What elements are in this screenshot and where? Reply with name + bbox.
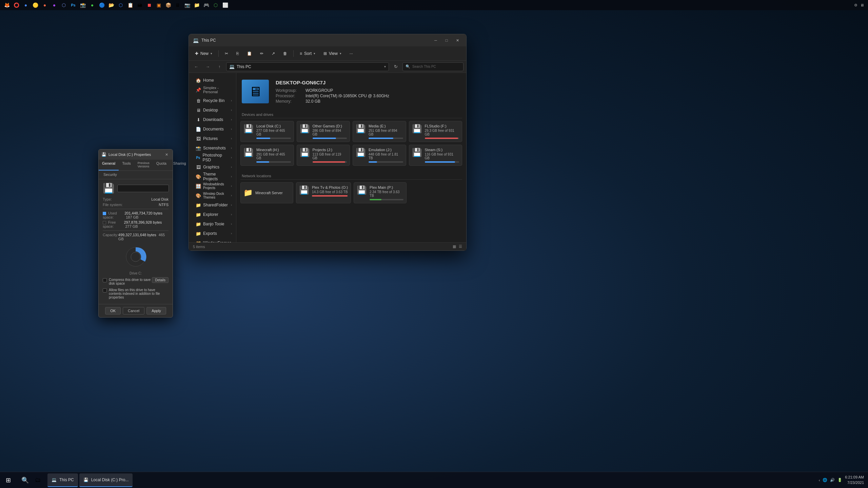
dialog-compress-checkbox[interactable]	[103, 278, 107, 282]
dialog-index-checkbox[interactable]	[103, 288, 107, 292]
top-app-6[interactable]: ●	[50, 1, 58, 9]
address-bar[interactable]: 💻 This PC ▾	[226, 62, 389, 71]
top-app-3[interactable]: ●	[22, 1, 30, 9]
top-app-14[interactable]: 📋	[126, 1, 134, 9]
window-maximize-button[interactable]: □	[442, 37, 451, 44]
drive-e[interactable]: 💾 Media (E:) 251 GB free of 894 GB	[353, 121, 406, 142]
drive-s[interactable]: 💾 Steam (S:) 116 GB free of 931 GB	[409, 145, 462, 166]
top-app-20[interactable]: 📷	[183, 1, 191, 9]
sidebar-item-downloads[interactable]: ⬇ Downloads ›	[190, 115, 235, 124]
sidebar-item-banjo[interactable]: 📁 Banjo Tooie ›	[190, 219, 235, 229]
top-app-21[interactable]: 📁	[193, 1, 201, 9]
top-app-16[interactable]: ⏹	[145, 1, 153, 9]
dialog-drive-name-input[interactable]	[117, 185, 169, 192]
network-minecraft-server[interactable]: 📁 Minecraft Server	[240, 182, 293, 203]
tray-chevron[interactable]: ‹	[819, 478, 820, 482]
top-app-15[interactable]: 🏔	[136, 1, 144, 9]
top-app-24[interactable]: ⬜	[221, 1, 229, 9]
dialog-details-button[interactable]: Details	[152, 277, 169, 283]
drive-f[interactable]: 💾 FLStudio (F:) 29.3 GB free of 931 GB	[409, 121, 462, 142]
taskbar-taskview-button[interactable]: 🗂	[32, 474, 44, 486]
top-app-13[interactable]: ⬡	[117, 1, 125, 9]
top-app-5[interactable]: ●	[41, 1, 49, 9]
dialog-tab-quota[interactable]: Quota	[153, 160, 170, 170]
sidebar-item-pictures[interactable]: 🖼 Pictures ›	[190, 134, 235, 143]
sidebar-item-home[interactable]: 🏠 Home	[190, 76, 235, 85]
drive-c[interactable]: 💾 Local Disk (C:) 277 GB free of 465 GB	[240, 121, 294, 142]
top-app-4[interactable]: 🟡	[31, 1, 39, 9]
dialog-tab-tools[interactable]: Tools	[119, 160, 134, 170]
back-button[interactable]: ←	[192, 62, 201, 72]
drive-j-emulation[interactable]: 💾 Emulation (J:) 448 GB free of 1.81 TB	[353, 145, 406, 166]
top-app-18[interactable]: 📦	[164, 1, 172, 9]
taskbar-search-button[interactable]: 🔍	[19, 474, 31, 486]
address-dropdown-icon[interactable]: ▾	[384, 65, 386, 68]
dialog-ok-button[interactable]: OK	[105, 307, 121, 314]
window-close-button[interactable]: ✕	[453, 37, 462, 44]
rename-button[interactable]: ✏	[257, 48, 267, 59]
dialog-tab-previous-versions[interactable]: Previous Versions	[134, 160, 153, 170]
top-app-steam[interactable]: 🎮	[202, 1, 210, 9]
top-app-firefox[interactable]: 🦊	[3, 1, 11, 9]
tray-volume-icon[interactable]: 🔊	[830, 478, 835, 482]
dialog-tab-sharing[interactable]: Sharing	[170, 160, 190, 170]
dialog-close-button[interactable]: ✕	[163, 151, 170, 158]
top-app-9[interactable]: 📸	[79, 1, 87, 9]
tray-network-icon[interactable]: 🌐	[823, 478, 827, 482]
sidebar-item-recycle-bin[interactable]: 🗑 Recycle Bin ›	[190, 96, 235, 105]
top-app-12[interactable]: 📂	[107, 1, 115, 9]
sidebar-item-explorer[interactable]: 📁 Explorer ›	[190, 210, 235, 219]
taskbar-clock[interactable]: 6:21:09 AM 7/23/2021	[845, 475, 864, 485]
sidebar-item-desktop[interactable]: 🖥 Desktop ›	[190, 105, 235, 115]
top-app-23[interactable]: ⬡	[212, 1, 220, 9]
drive-d[interactable]: 💾 Other Games (D:) 286 GB free of 894 GB	[297, 121, 350, 142]
network-plex-photos[interactable]: 💾 Plex Tv & Photos (O:) 14.3 GB free of …	[296, 182, 351, 203]
taskbar-start-button[interactable]: ⊞	[0, 472, 16, 488]
paste-button[interactable]: 📋	[243, 48, 255, 59]
sidebar-item-theme-projects[interactable]: 🎨 Theme Projects ›	[190, 172, 235, 181]
view-icon-grid[interactable]: ▦	[453, 244, 456, 249]
view-button[interactable]: ⊞ View ▾	[320, 48, 345, 59]
sidebar-item-sharedfolder[interactable]: 📁 SharedFolder ›	[190, 200, 235, 210]
top-app-discord[interactable]: ⬡	[60, 1, 68, 9]
sidebar-item-screenshots[interactable]: 📸 Screenshots ›	[190, 143, 235, 153]
sidebar-item-photoshop[interactable]: Ps Photoshop PSD ›	[190, 153, 235, 162]
sidebar-item-windowblinds[interactable]: 🪟 Windowblinds Projects ›	[190, 181, 235, 191]
sidebar-item-exports[interactable]: 📁 Exports ›	[190, 229, 235, 238]
top-settings-icon[interactable]: ⚙	[854, 3, 857, 7]
share-button[interactable]: ↗	[268, 48, 278, 59]
sidebar-item-windowframes[interactable]: 📁 WindowFrames ›	[190, 238, 235, 242]
dialog-apply-button[interactable]: Apply	[146, 307, 166, 314]
dialog-tab-general[interactable]: General	[99, 160, 119, 170]
top-app-ps[interactable]: Ps	[69, 1, 77, 9]
up-button[interactable]: ↑	[215, 62, 224, 72]
tray-battery-icon[interactable]: 🔋	[837, 478, 842, 482]
search-box[interactable]: 🔍 Search This PC	[402, 62, 463, 71]
drive-j-projects[interactable]: 💾 Projects (J:) 113 GB free of 119 GB	[297, 145, 350, 166]
top-app-2[interactable]: ⭕	[12, 1, 20, 9]
delete-button[interactable]: 🗑	[280, 48, 291, 59]
sidebar-item-simplex[interactable]: 📌 Simplex - Personal	[190, 85, 235, 95]
forward-button[interactable]: →	[203, 62, 213, 72]
top-app-10[interactable]: ●	[88, 1, 96, 9]
copy-button[interactable]: ⎘	[233, 48, 242, 59]
cut-button[interactable]: ✂	[221, 48, 232, 59]
sort-button[interactable]: ≡ Sort ▾	[296, 48, 319, 59]
refresh-button[interactable]: ↻	[391, 62, 400, 72]
taskbar-this-pc-app[interactable]: 💻 This PC	[47, 473, 78, 487]
dialog-cancel-button[interactable]: Cancel	[123, 307, 144, 314]
view-icon-list[interactable]: ☰	[459, 244, 462, 249]
sidebar-item-documents[interactable]: 📄 Documents ›	[190, 124, 235, 134]
drive-h[interactable]: 💾 Minecraft (H:) 291 GB free of 465 GB	[240, 145, 294, 166]
sidebar-item-graphics[interactable]: 🖼 Graphics ›	[190, 162, 235, 172]
new-button[interactable]: ✚ New ▾	[192, 48, 216, 59]
top-monitor-icon[interactable]: 🖥	[860, 3, 864, 7]
dialog-tab-security[interactable]: Security	[100, 171, 120, 179]
top-app-19[interactable]: 🖥	[174, 1, 182, 9]
top-app-11[interactable]: 🔵	[98, 1, 106, 9]
more-button[interactable]: ···	[346, 48, 356, 59]
network-plex-main[interactable]: 💾 Plex Main (P:) 2.34 TB free of 3.63 TB	[354, 182, 407, 203]
sidebar-item-winstep[interactable]: 🎨 Winstep Dock Themes ›	[190, 191, 235, 200]
window-minimize-button[interactable]: ─	[431, 37, 440, 44]
taskbar-properties-app[interactable]: 💾 Local Disk (C:) Pro...	[79, 473, 133, 487]
